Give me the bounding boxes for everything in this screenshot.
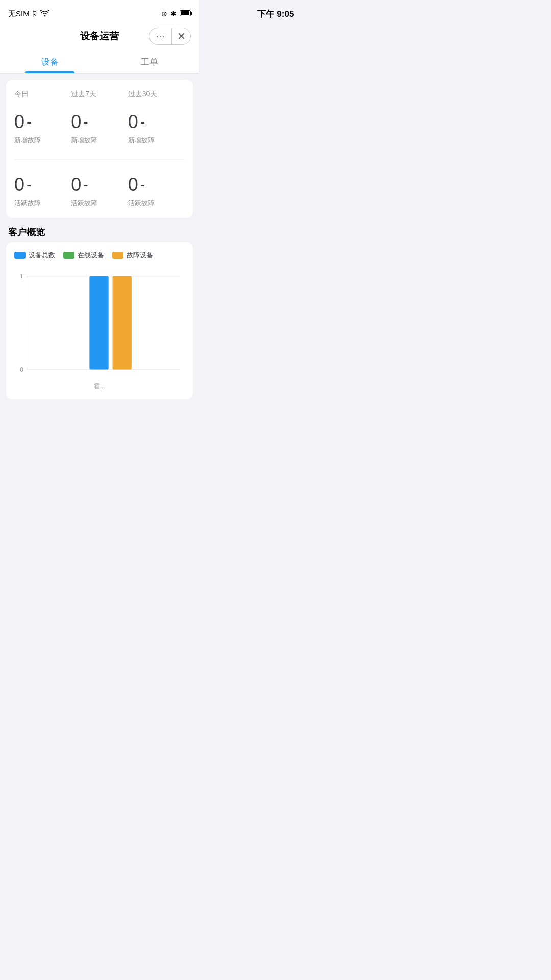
customer-overview-section: 客户概览 设备总数 在线设备 故障设备 xyxy=(6,224,193,399)
main-content: 今日 过去7天 过去30天 0 - 新增故障 0 - 新 xyxy=(0,74,199,405)
stats-grid: 今日 过去7天 过去30天 0 - 新增故障 0 - 新 xyxy=(14,90,185,208)
legend-color-green xyxy=(63,252,74,259)
legend-online: 在线设备 xyxy=(63,251,104,260)
stats-card: 今日 过去7天 过去30天 0 - 新增故障 0 - 新 xyxy=(6,80,193,218)
new-fault-label-1: 新增故障 xyxy=(71,136,128,145)
active-fault-label-2: 活跃故障 xyxy=(128,199,185,208)
stats-col-7days: 过去7天 xyxy=(71,90,128,99)
more-button[interactable]: ··· xyxy=(149,28,171,45)
svg-text:0: 0 xyxy=(20,366,23,373)
nav-actions: ··· ✕ xyxy=(149,28,191,45)
legend-label-total: 设备总数 xyxy=(29,251,55,260)
close-button[interactable]: ✕ xyxy=(171,28,191,45)
stats-col-30days: 过去30天 xyxy=(128,90,185,99)
legend-total: 设备总数 xyxy=(14,251,55,260)
lock-icon: ⊕ xyxy=(161,10,167,18)
period-30days: 过去30天 xyxy=(128,90,185,99)
active-fault-label-1: 活跃故障 xyxy=(71,199,128,208)
tab-bar: 设备 工单 xyxy=(0,50,199,74)
chart-card: 设备总数 在线设备 故障设备 1 0 xyxy=(6,242,193,399)
active-fault-30days: 0 - 活跃故障 xyxy=(128,174,185,208)
legend-label-online: 在线设备 xyxy=(78,251,104,260)
page-title: 设备运营 xyxy=(80,30,119,43)
customer-overview-title: 客户概览 xyxy=(6,224,193,242)
active-fault-label-0: 活跃故障 xyxy=(14,199,71,208)
legend-fault: 故障设备 xyxy=(112,251,153,260)
period-7days: 过去7天 xyxy=(71,90,128,99)
bluetooth-icon: ✱ xyxy=(170,10,177,18)
navigation-bar: 设备运营 ··· ✕ xyxy=(0,24,199,50)
tab-orders[interactable]: 工单 xyxy=(99,50,199,73)
active-fault-today: 0 - 活跃故障 xyxy=(14,174,71,208)
new-fault-30days: 0 - 新增故障 xyxy=(128,111,185,145)
new-fault-today: 0 - 新增故障 xyxy=(14,111,71,145)
new-fault-7days: 0 - 新增故障 xyxy=(71,111,128,145)
wifi-icon xyxy=(40,10,49,18)
legend-color-blue xyxy=(14,252,26,259)
sim-text: 无SIM卡 xyxy=(8,9,37,19)
new-fault-label-2: 新增故障 xyxy=(128,136,185,145)
status-bar: 无SIM卡 下午 9:05 ⊕ ✱ xyxy=(0,0,199,24)
legend-label-fault: 故障设备 xyxy=(127,251,153,260)
tab-devices[interactable]: 设备 xyxy=(0,50,99,73)
new-fault-label-0: 新增故障 xyxy=(14,136,71,145)
stats-divider xyxy=(14,159,185,160)
legend-color-orange xyxy=(112,252,123,259)
status-right: ⊕ ✱ xyxy=(161,10,191,18)
stats-col-today: 今日 xyxy=(14,90,71,99)
chart-legend: 设备总数 在线设备 故障设备 xyxy=(14,251,185,260)
active-fault-7days: 0 - 活跃故障 xyxy=(71,174,128,208)
bar-chart-svg: 1 0 xyxy=(14,268,185,380)
battery-icon xyxy=(180,10,191,18)
status-left: 无SIM卡 xyxy=(8,9,49,19)
chart-x-label: 霍... xyxy=(14,382,185,391)
period-today: 今日 xyxy=(14,90,71,99)
chart-area: 1 0 xyxy=(14,268,185,380)
svg-text:1: 1 xyxy=(20,273,23,279)
bar-fault xyxy=(113,276,132,370)
bar-total xyxy=(89,276,108,370)
